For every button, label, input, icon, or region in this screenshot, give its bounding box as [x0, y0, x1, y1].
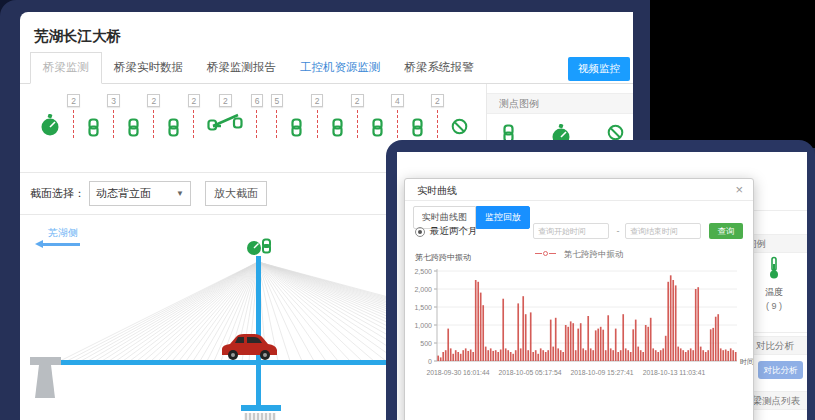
link-icon[interactable] [331, 118, 344, 141]
sensor-item[interactable] [371, 94, 384, 141]
legend-line-icon [535, 253, 542, 254]
sensor-item: 2 [67, 94, 80, 138]
sensor-dash-line [113, 110, 114, 138]
sensor-strip: 23222652242 [40, 94, 468, 142]
sensor-item: 5 [271, 94, 284, 138]
chevron-down-icon: ▼ [176, 189, 184, 198]
tab-ipc-resource-monitoring[interactable]: 工控机资源监测 [288, 53, 393, 83]
sensor-item[interactable] [451, 94, 468, 139]
ban-icon[interactable] [451, 118, 468, 139]
svg-text:1,500: 1,500 [414, 304, 432, 311]
link-icon[interactable] [371, 118, 384, 141]
tab-bridge-monitoring[interactable]: 桥梁监测 [30, 52, 102, 84]
sensor-count-badge: 2 [311, 94, 324, 107]
svg-text:500: 500 [420, 340, 432, 347]
legend-label: 第七跨跨中振动 [564, 249, 624, 259]
sensor-item[interactable] [331, 94, 344, 141]
link-icon[interactable] [411, 118, 424, 141]
svg-text:1,000: 1,000 [414, 322, 432, 329]
modal-header: 实时曲线 × [405, 179, 753, 201]
page-title: 芜湖长江大桥 [34, 27, 121, 46]
sensor-item[interactable] [127, 94, 140, 141]
section-select-value: 动态背立面 [96, 186, 151, 201]
sensor-dash-line [193, 110, 194, 138]
legend-panel-header: 测点图例 [487, 93, 633, 114]
screen: 芜湖长江大桥 桥梁监测 桥梁实时数据 桥梁监测报告 工控机资源监测 桥梁系统报警… [0, 0, 815, 420]
tilt-icon[interactable] [207, 111, 243, 136]
compare-header: 对比分析 [756, 337, 794, 355]
close-icon[interactable]: × [735, 182, 743, 198]
section-select[interactable]: 动态背立面 ▼ [89, 181, 191, 206]
section-select-label: 截面选择： [30, 186, 85, 201]
query-start-time-input[interactable] [533, 223, 609, 239]
sensor-item: 2 [147, 94, 160, 138]
svg-text:2018-10-05 05:17:54: 2018-10-05 05:17:54 [498, 369, 561, 376]
sensor-item[interactable] [290, 94, 303, 141]
sensor-item[interactable] [411, 94, 424, 141]
svg-text:2,500: 2,500 [414, 268, 432, 275]
legend-line-icon [549, 253, 556, 254]
vibration-chart: 05001,0001,5002,0002,5002018-09-30 16:01… [407, 263, 753, 413]
compare-analysis-button[interactable]: 对比分析 [758, 361, 803, 379]
sensor-item: 6 [251, 94, 264, 138]
svg-text:2018-10-13 11:03:41: 2018-10-13 11:03:41 [643, 369, 706, 376]
tower-sensor-icon[interactable] [247, 240, 270, 256]
svg-text:2018-09-30 16:01:44: 2018-09-30 16:01:44 [426, 369, 489, 376]
tab-bridge-report[interactable]: 桥梁监测报告 [195, 53, 288, 83]
modal-title: 实时曲线 [417, 184, 457, 198]
tab-monitor-playback[interactable]: 监控回放 [476, 206, 530, 229]
sensor-item[interactable]: 2 [207, 94, 243, 136]
sensor-type-label: 温度 [754, 286, 794, 299]
sensor-item: 4 [391, 94, 404, 138]
svg-text:2,000: 2,000 [414, 286, 432, 293]
time-range-separator: - [613, 223, 623, 239]
sensor-dash-line [437, 110, 438, 138]
thermometer-icon [767, 266, 781, 283]
link-icon[interactable] [127, 118, 140, 141]
svg-text:时间: 时间 [740, 358, 753, 366]
gauge-icon[interactable] [40, 114, 60, 142]
sensor-dash-line [357, 110, 358, 138]
side-label: 芜湖侧 [48, 227, 78, 238]
black-region [650, 0, 815, 148]
svg-text:2018-10-09 15:27:41: 2018-10-09 15:27:41 [570, 369, 633, 376]
sensor-count-badge: 3 [107, 94, 120, 107]
sensor-count-badge: 2 [219, 94, 232, 107]
link-icon[interactable] [290, 118, 303, 141]
svg-text:0: 0 [428, 358, 432, 365]
sensor-dash-line [153, 110, 154, 138]
sensor-dash-line [397, 110, 398, 138]
enlarge-section-button[interactable]: 放大截面 [205, 181, 267, 206]
bridge-tower [256, 256, 261, 408]
temperature-sensor-block[interactable]: 温度 ( 9 ) [754, 256, 794, 311]
query-button[interactable]: 查询 [709, 223, 743, 239]
sensor-count-badge: 4 [391, 94, 404, 107]
query-end-time-input[interactable] [625, 223, 701, 239]
link-icon[interactable] [167, 118, 180, 141]
sensor-count-badge: 6 [251, 94, 264, 107]
sensor-item[interactable] [167, 94, 180, 141]
sensor-count-badge: 2 [147, 94, 160, 107]
sensor-item[interactable] [40, 94, 60, 142]
main-tabbar: 桥梁监测 桥梁实时数据 桥梁监测报告 工控机资源监测 桥梁系统报警 [20, 54, 633, 84]
sensor-dash-line [317, 110, 318, 138]
sensor-item: 3 [107, 94, 120, 138]
chart-y-axis-title: 第七跨跨中振动 [415, 252, 471, 263]
sensor-count-badge: 2 [431, 94, 444, 107]
link-icon[interactable] [87, 118, 100, 141]
sensor-item[interactable] [87, 94, 100, 141]
realtime-curve-modal: 实时曲线 × 实时曲线图 监控回放 最近两个月 - 查询 第七跨跨中振动 第七跨… [404, 178, 754, 420]
sensor-dash-line [276, 110, 277, 138]
video-monitor-button[interactable]: 视频监控 [568, 57, 630, 81]
range-radio-row: 最近两个月 [415, 225, 478, 238]
sensor-count-badge: 2 [351, 94, 364, 107]
sensor-dash-line [256, 110, 257, 138]
sensor-dash-line [73, 110, 74, 138]
tab-bridge-realtime-data[interactable]: 桥梁实时数据 [102, 53, 195, 83]
sensor-count-badge: 2 [67, 94, 80, 107]
radio-label: 最近两个月 [430, 225, 478, 238]
bridge-pier [241, 405, 281, 420]
tab-bridge-system-alarm[interactable]: 桥梁系统报警 [393, 53, 486, 83]
sensor-item: 2 [188, 94, 201, 138]
radio-last-two-months[interactable] [415, 227, 425, 237]
